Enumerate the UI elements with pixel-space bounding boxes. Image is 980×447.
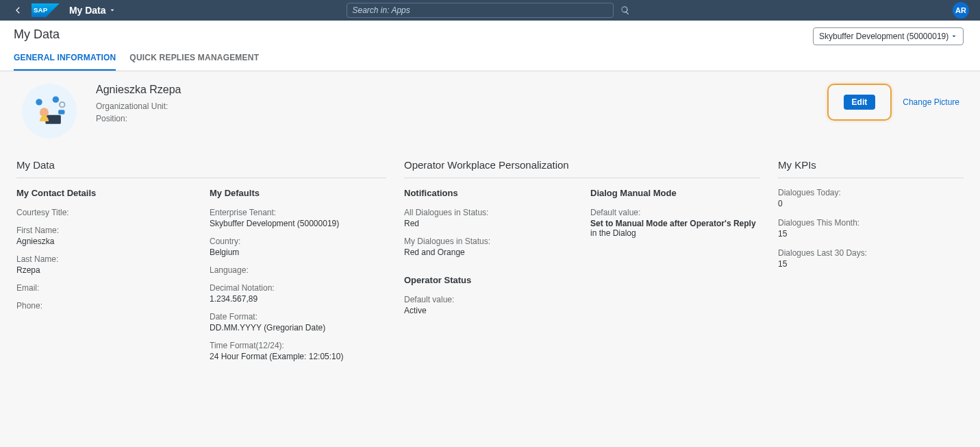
label-my-dialogues: My Dialogues in Status: (404, 237, 574, 246)
tab-quick-replies-management[interactable]: QUICK REPLIES MANAGEMENT (129, 49, 259, 71)
section-title-personalization: Operator Workplace Personalization (404, 159, 760, 178)
chevron-down-icon (109, 7, 116, 14)
chevron-down-icon (951, 33, 957, 40)
svg-text:SAP: SAP (34, 6, 48, 14)
label-phone: Phone: (16, 301, 193, 311)
kpi-label-month: Dialogues This Month: (778, 218, 964, 228)
tab-general-information[interactable]: GENERAL INFORMATION (14, 49, 116, 71)
kpi-value-30days: 15 (778, 259, 964, 269)
svg-point-5 (36, 99, 42, 105)
sub-title-dialog-manual: Dialog Manual Mode (590, 188, 760, 198)
section-title-my-data: My Data (16, 159, 386, 178)
svg-point-6 (53, 96, 59, 102)
value-date-format: DD.MM.YYYY (Gregorian Date) (210, 323, 386, 333)
svg-rect-7 (58, 110, 64, 114)
label-last-name: Last Name: (16, 254, 193, 264)
org-unit-label: Organizational Unit: (96, 101, 168, 111)
user-name: Agnieszka Rzepa (96, 84, 181, 96)
label-country: Country: (210, 237, 386, 246)
sub-title-defaults: My Defaults (210, 188, 386, 198)
kpi-label-30days: Dialogues Last 30 Days: (778, 248, 964, 258)
change-picture-link[interactable]: Change Picture (903, 97, 959, 107)
tenant-select[interactable]: Skybuffer Development (50000019) (813, 27, 964, 45)
sap-logo: SAP (32, 3, 60, 17)
section-title-kpis: My KPIs (778, 159, 964, 178)
value-dialog-manual-bold: Set to Manual Mode after Operator's Repl… (590, 219, 756, 228)
profile-picture (22, 84, 77, 138)
edit-highlight-box: Edit (827, 84, 892, 121)
position-label: Position: (96, 114, 127, 123)
value-my-dialogues: Red and Orange (404, 247, 574, 257)
label-enterprise-tenant: Enterprise Tenant: (210, 208, 386, 217)
value-decimal-notation: 1.234.567,89 (210, 294, 386, 304)
dialog-manual-block: Dialog Manual Mode Default value: Set to… (590, 188, 760, 324)
value-last-name: Rzepa (16, 265, 193, 275)
shell-header: SAP My Data AR (0, 0, 980, 21)
my-defaults: My Defaults Enterprise Tenant:Skybuffer … (210, 188, 386, 370)
label-email: Email: (16, 283, 193, 293)
sub-title-notifications: Notifications (404, 188, 574, 198)
label-decimal-notation: Decimal Notation: (210, 283, 386, 293)
section-kpis: My KPIs Dialogues Today:0 Dialogues This… (778, 159, 964, 278)
edit-button[interactable]: Edit (844, 95, 876, 110)
value-country: Belgium (210, 247, 386, 257)
notifications-block: Notifications All Dialogues in Status:Re… (404, 188, 574, 324)
label-time-format: Time Format(12/24): (210, 341, 386, 350)
value-all-dialogues: Red (404, 219, 574, 228)
search-button[interactable] (616, 1, 634, 19)
label-courtesy-title: Courtesy Title: (16, 208, 193, 217)
sub-title-operator-status: Operator Status (404, 275, 574, 285)
user-avatar[interactable]: AR (953, 2, 969, 19)
content-area: Agnieszka Rzepa Organizational Unit: Pos… (0, 71, 980, 447)
label-op-status-default: Default value: (404, 295, 574, 304)
value-dialog-manual-default: Set to Manual Mode after Operator's Repl… (590, 219, 760, 238)
label-first-name: First Name: (16, 226, 193, 235)
kpi-value-month: 15 (778, 229, 964, 239)
kpi-label-today: Dialogues Today: (778, 188, 964, 197)
label-dialog-manual-default: Default value: (590, 208, 760, 217)
identity-block: Agnieszka Rzepa Organizational Unit: Pos… (22, 84, 181, 138)
search-icon (620, 5, 630, 15)
section-personalization: Operator Workplace Personalization Notif… (404, 159, 760, 324)
value-first-name: Agnieszka (16, 237, 193, 246)
label-language: Language: (210, 265, 386, 275)
search-input-wrapper (347, 3, 614, 18)
value-time-format: 24 Hour Format (Example: 12:05:10) (210, 352, 386, 361)
section-my-data: My Data My Contact Details Courtesy Titl… (16, 159, 386, 370)
user-initials: AR (955, 6, 966, 14)
value-enterprise-tenant: Skybuffer Development (50000019) (210, 219, 386, 228)
arrow-left-icon (13, 5, 23, 15)
app-title-menu[interactable]: My Data (69, 5, 116, 16)
value-dialog-manual-rest: in the Dialog (590, 228, 636, 238)
back-button[interactable] (11, 3, 25, 17)
my-contact-details: My Contact Details Courtesy Title: First… (16, 188, 193, 370)
page-header: My Data Skybuffer Development (50000019)… (0, 21, 980, 71)
tab-bar: GENERAL INFORMATION QUICK REPLIES MANAGE… (14, 49, 966, 71)
label-all-dialogues: All Dialogues in Status: (404, 208, 574, 217)
kpi-value-today: 0 (778, 199, 964, 208)
sub-title-contact: My Contact Details (16, 188, 193, 198)
value-op-status-default: Active (404, 306, 574, 315)
tenant-select-value: Skybuffer Development (50000019) (819, 32, 948, 41)
app-title-text: My Data (69, 5, 106, 16)
label-date-format: Date Format: (210, 312, 386, 322)
search-input[interactable] (353, 5, 607, 15)
profile-illustration-icon (29, 90, 70, 132)
